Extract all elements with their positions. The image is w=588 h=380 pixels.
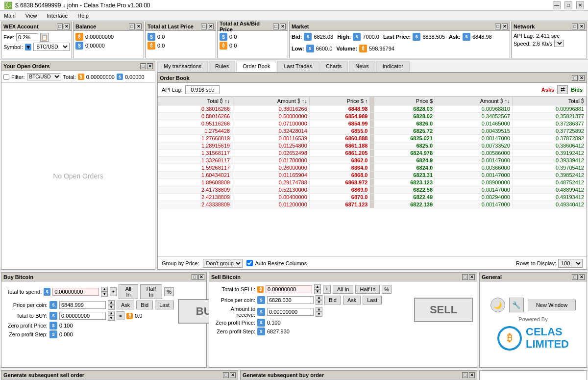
table-row[interactable]: 0.880162660.500000006854.9896828.020.348… — [158, 113, 587, 120]
general-panel-buttons[interactable]: □ ✕ — [572, 274, 585, 280]
total-askbid-minimize-btn[interactable]: □ — [273, 24, 279, 29]
table-row[interactable]: 2.417388090.521300006869.06822.560.00147… — [158, 186, 587, 194]
gen-buy-minimize-btn[interactable]: □ — [462, 372, 468, 378]
network-buttons[interactable]: □ ✕ — [572, 24, 585, 29]
tab-rules[interactable]: Rules — [209, 61, 235, 72]
sell-ask-btn[interactable]: Ask — [343, 296, 361, 304]
sell-all-in-btn[interactable]: All In — [333, 285, 353, 294]
tab-charts[interactable]: Charts — [319, 61, 348, 72]
buy-total-buy-input[interactable] — [59, 312, 106, 320]
buy-spend-down[interactable]: ▼ — [101, 292, 108, 297]
sell-last-btn[interactable]: Last — [363, 296, 382, 304]
col-price-asks[interactable]: Price $ ↑ — [309, 97, 370, 105]
wex-close-btn[interactable]: ✕ — [64, 24, 70, 29]
gen-buy-close-btn[interactable]: ✕ — [469, 372, 475, 378]
total-lp-minimize-btn[interactable]: □ — [201, 24, 207, 29]
balance-minimize-btn[interactable]: □ — [129, 24, 135, 29]
auto-resize-checkbox[interactable] — [246, 260, 253, 266]
sell-total-up[interactable]: ▲ — [314, 284, 321, 289]
sell-amount-up[interactable]: ▲ — [316, 307, 322, 312]
table-row[interactable]: 1.592681170.260000006864.06824.00.003660… — [158, 164, 587, 172]
buy-bid-btn[interactable]: Bid — [136, 301, 153, 309]
orderbook-close-btn[interactable]: ✕ — [579, 75, 585, 81]
col-amount-asks[interactable]: Amount ₿ ↑↓ — [232, 97, 310, 105]
auto-resize-label[interactable]: Auto Resize Columns — [246, 260, 307, 266]
menu-main[interactable]: Main — [2, 12, 18, 20]
moon-button[interactable]: 🌙 — [490, 298, 505, 312]
tab-indicator[interactable]: Indicator — [376, 61, 410, 72]
fee-input[interactable] — [16, 33, 38, 41]
buy-price-up[interactable]: ▲ — [108, 300, 115, 305]
general-minimize-btn[interactable]: □ — [572, 274, 578, 280]
wex-minimize-btn[interactable]: □ — [57, 24, 63, 29]
balance-close-btn[interactable]: ✕ — [136, 24, 142, 29]
filter-checkbox[interactable] — [3, 74, 9, 80]
table-row[interactable]: 2.433388090.012000006871.1236822.1390.00… — [158, 201, 587, 208]
menu-help[interactable]: Help — [75, 12, 91, 20]
tab-order-book[interactable]: Order Book — [236, 61, 276, 72]
sell-button[interactable]: SELL — [414, 298, 473, 322]
sell-half-in-btn[interactable]: Half In — [355, 285, 380, 294]
table-row[interactable]: 1.332681170.017000006862.06824.90.001470… — [158, 157, 587, 164]
orderbook-title-buttons[interactable]: □ ✕ — [572, 75, 585, 81]
menu-view[interactable]: View — [24, 12, 39, 20]
sell-price-up[interactable]: ▲ — [316, 295, 322, 300]
buy-spend-up[interactable]: ▲ — [101, 287, 108, 292]
sell-close-btn[interactable]: ✕ — [469, 274, 475, 280]
close-button[interactable]: ✕ — [576, 1, 584, 9]
open-orders-buttons[interactable]: □ ✕ — [140, 63, 153, 69]
fee-doc-btn[interactable]: 📋 — [40, 33, 49, 42]
sell-bid-btn[interactable]: Bid — [324, 296, 341, 304]
settings-button[interactable]: 🔧 — [509, 298, 524, 312]
buy-total-down[interactable]: ▼ — [108, 316, 115, 321]
buy-spend-spinner[interactable]: ▲ ▼ — [101, 287, 108, 297]
col-total-bids[interactable]: Total ₿ — [512, 97, 586, 105]
table-row[interactable]: 1.604340210.011659046868.06823.310.00147… — [158, 172, 587, 179]
maximize-button[interactable]: □ — [564, 1, 572, 9]
buy-ask-btn[interactable]: Ask — [117, 301, 134, 309]
gen-buy-buttons[interactable]: □ ✕ — [462, 372, 475, 378]
table-row[interactable]: 0.380162660.380162666848.986828.030.0096… — [158, 105, 587, 113]
sell-percent-btn[interactable]: % — [382, 285, 392, 294]
network-close-btn[interactable]: ✕ — [579, 24, 585, 29]
tab-my-transactions[interactable]: My transactions — [157, 61, 208, 72]
total-lp-buttons[interactable]: □ ✕ — [201, 24, 214, 29]
table-row[interactable]: 0.951162660.071000006854.996826.00.01465… — [158, 120, 587, 127]
total-askbid-buttons[interactable]: □ ✕ — [273, 24, 286, 29]
market-buttons[interactable]: □ ✕ — [495, 24, 508, 29]
orderbook-scroll[interactable]: Total ₿ ↑↓ Amount ₿ ↑↓ Price $ ↑ Price $… — [158, 97, 587, 256]
buy-close-btn[interactable]: ✕ — [198, 274, 204, 280]
market-close-btn[interactable]: ✕ — [502, 24, 508, 29]
sell-panel-buttons[interactable]: □ ✕ — [462, 274, 475, 280]
sell-minimize-btn[interactable]: □ — [462, 274, 468, 280]
buy-total-spinner[interactable]: ▲ ▼ — [108, 311, 115, 321]
total-askbid-close-btn[interactable]: ✕ — [280, 24, 286, 29]
sell-price-input[interactable] — [267, 296, 314, 304]
new-window-button[interactable]: New Window — [528, 300, 576, 310]
group-by-select[interactable]: Don't group — [203, 259, 243, 268]
table-row[interactable]: 1.315681170.026524986861.2056824.9780.00… — [158, 150, 587, 157]
buy-price-input[interactable] — [59, 301, 106, 309]
sell-amount-input[interactable] — [267, 308, 314, 316]
buy-total-spend-input[interactable] — [52, 288, 99, 296]
buy-price-spinner[interactable]: ▲ ▼ — [108, 300, 115, 310]
sell-amount-spinner[interactable]: ▲ ▼ — [316, 307, 322, 317]
sell-price-down[interactable]: ▼ — [316, 300, 322, 305]
sell-price-spinner[interactable]: ▲ ▼ — [316, 295, 322, 305]
gen-sell-close-btn[interactable]: ✕ — [230, 372, 236, 378]
col-price-bids[interactable]: Price $ — [374, 97, 435, 105]
buy-price-down[interactable]: ▼ — [108, 305, 115, 310]
symbol-select[interactable]: BTC/USD — [33, 43, 70, 51]
table-row[interactable]: 1.289156190.012548006861.1886825.00.0073… — [158, 142, 587, 150]
sell-amount-down[interactable]: ▼ — [316, 312, 322, 317]
table-row[interactable]: 1.27544280.324280146855.06825.720.004395… — [158, 127, 587, 135]
swap-arrows-btn[interactable]: ⇄ — [557, 85, 568, 94]
titlebar-controls[interactable]: — □ ✕ — [553, 1, 584, 9]
minimize-button[interactable]: — — [553, 1, 561, 9]
general-close-btn[interactable]: ✕ — [579, 274, 585, 280]
table-row[interactable]: 2.421388090.004000006870.06822.490.00294… — [158, 194, 587, 201]
buy-half-in-btn[interactable]: Half In — [140, 284, 163, 299]
buy-all-in-btn[interactable]: All In — [119, 284, 138, 299]
buy-panel-buttons[interactable]: □ ✕ — [192, 274, 204, 280]
rows-select[interactable]: 100 50 25 — [558, 259, 583, 268]
